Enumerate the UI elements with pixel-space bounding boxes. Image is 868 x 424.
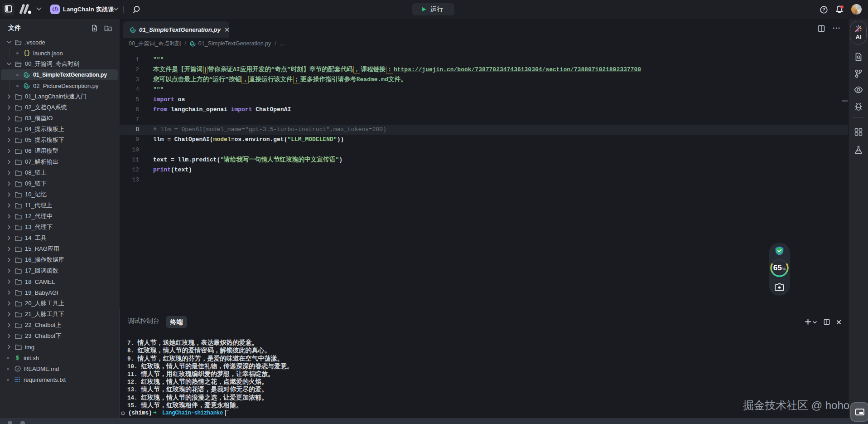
svg-text:?: ? bbox=[822, 7, 825, 12]
svg-text:?: ? bbox=[17, 367, 19, 371]
